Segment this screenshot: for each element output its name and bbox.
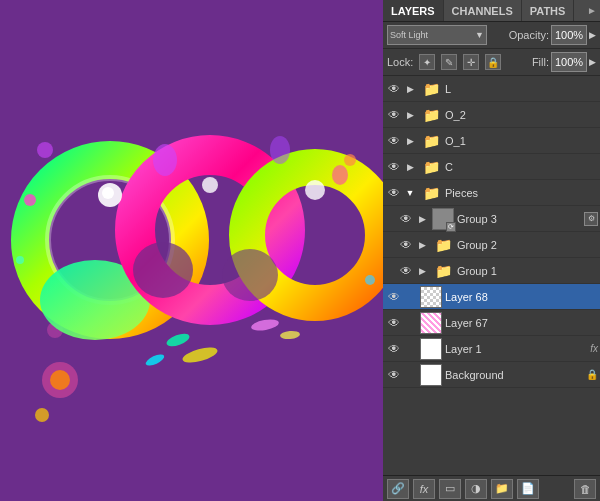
- layer-name: C: [445, 161, 598, 173]
- layer-badge[interactable]: ⚙: [584, 212, 598, 226]
- layer-visibility-toggle[interactable]: 👁: [385, 366, 403, 384]
- tab-paths[interactable]: PATHS: [522, 0, 575, 21]
- svg-point-17: [16, 256, 24, 264]
- link-layers-button[interactable]: 🔗: [387, 479, 409, 499]
- svg-point-15: [305, 180, 325, 200]
- layer-expand-button[interactable]: ▶: [403, 80, 417, 98]
- layer-visibility-toggle[interactable]: 👁: [385, 132, 403, 150]
- layer-row[interactable]: 👁 Layer 1 fx: [383, 336, 600, 362]
- layer-expand-button[interactable]: ▶: [415, 236, 429, 254]
- layer-expand-button: [403, 366, 417, 384]
- layer-row[interactable]: 👁 ▶ 📁 O_1: [383, 128, 600, 154]
- svg-point-24: [270, 136, 290, 164]
- svg-point-16: [24, 194, 36, 206]
- layer-expand-button[interactable]: ▶: [415, 210, 429, 228]
- blend-mode-select[interactable]: Soft Light ▼: [387, 25, 487, 45]
- layer-row[interactable]: 👁 Layer 67: [383, 310, 600, 336]
- layer-row-layer68[interactable]: 👁 Layer 68: [383, 284, 600, 310]
- fill-input[interactable]: 100%: [551, 52, 587, 72]
- blend-mode-row: Soft Light ▼ Opacity: 100% ▶: [383, 22, 600, 49]
- layer-visibility-toggle[interactable]: 👁: [385, 106, 403, 124]
- layer-thumbnail: 📁: [420, 78, 442, 100]
- layer-name: Group 1: [457, 265, 598, 277]
- lock-badge: 🔒: [586, 369, 598, 380]
- svg-point-13: [102, 187, 114, 199]
- svg-point-18: [37, 142, 53, 158]
- svg-point-19: [344, 154, 356, 166]
- new-layer-button[interactable]: 📄: [517, 479, 539, 499]
- panel-menu-button[interactable]: ►: [584, 0, 600, 22]
- svg-point-22: [35, 408, 49, 422]
- svg-point-27: [222, 249, 278, 301]
- layer-styles-button[interactable]: fx: [413, 479, 435, 499]
- opacity-input[interactable]: 100%: [551, 25, 587, 45]
- svg-point-7: [165, 331, 191, 349]
- layer-expand-button[interactable]: ▶: [403, 132, 417, 150]
- layer-thumbnail: 📁: [432, 260, 454, 282]
- svg-point-20: [365, 275, 375, 285]
- layer-visibility-toggle[interactable]: 👁: [385, 288, 403, 306]
- layer-row[interactable]: 👁 ▶ 📁 O_2: [383, 102, 600, 128]
- layer-expand-button: [403, 288, 417, 306]
- artwork-svg: [0, 0, 383, 501]
- fx-badge: fx: [590, 343, 598, 354]
- opacity-arrow[interactable]: ▶: [589, 30, 596, 40]
- add-mask-button[interactable]: ▭: [439, 479, 461, 499]
- layer-thumbnail: ⟳: [432, 208, 454, 230]
- lock-all-button[interactable]: 🔒: [485, 54, 501, 70]
- canvas-area: [0, 0, 383, 501]
- layer-visibility-toggle[interactable]: 👁: [385, 158, 403, 176]
- fill-label: Fill:: [532, 56, 549, 68]
- layer-row[interactable]: 👁 ▶ 📁 C: [383, 154, 600, 180]
- layer-thumbnail: [420, 364, 442, 386]
- layer-row[interactable]: 👁 ▼ 📁 Pieces: [383, 180, 600, 206]
- svg-point-21: [50, 370, 70, 390]
- layer-thumbnail: 📁: [420, 156, 442, 178]
- layer-name: Background: [445, 369, 584, 381]
- layer-name: Group 2: [457, 239, 598, 251]
- svg-point-26: [133, 242, 193, 298]
- layer-visibility-toggle[interactable]: 👁: [385, 314, 403, 332]
- layer-thumbnail: 📁: [420, 130, 442, 152]
- layer-visibility-toggle[interactable]: 👁: [385, 80, 403, 98]
- layer-expand-button[interactable]: ▶: [403, 106, 417, 124]
- tab-layers[interactable]: LAYERS: [383, 0, 444, 21]
- lock-image-button[interactable]: ✎: [441, 54, 457, 70]
- layer-row[interactable]: 👁 ▶ ⟳ Group 3 ⚙: [383, 206, 600, 232]
- layer-row[interactable]: 👁 ▶ 📁 L: [383, 76, 600, 102]
- layer-expand-button[interactable]: ▶: [403, 158, 417, 176]
- fill-group: Fill: 100% ▶: [532, 52, 596, 72]
- layer-name: Pieces: [445, 187, 598, 199]
- layer-thumbnail: [420, 338, 442, 360]
- new-group-button[interactable]: 📁: [491, 479, 513, 499]
- new-adjustment-button[interactable]: ◑: [465, 479, 487, 499]
- layer-visibility-toggle[interactable]: 👁: [385, 184, 403, 202]
- lock-position-button[interactable]: ✛: [463, 54, 479, 70]
- delete-layer-button[interactable]: 🗑: [574, 479, 596, 499]
- layer-row[interactable]: 👁 Background 🔒: [383, 362, 600, 388]
- layer-name: L: [445, 83, 598, 95]
- layer-thumbnail: 📁: [420, 182, 442, 204]
- tab-channels[interactable]: CHANNELS: [444, 0, 522, 21]
- opacity-label: Opacity:: [509, 29, 549, 41]
- layer-visibility-toggle[interactable]: 👁: [397, 262, 415, 280]
- layer-row[interactable]: 👁 ▶ 📁 Group 1: [383, 258, 600, 284]
- svg-point-10: [250, 318, 279, 333]
- fill-arrow[interactable]: ▶: [589, 57, 596, 67]
- layer-row[interactable]: 👁 ▶ 📁 Group 2: [383, 232, 600, 258]
- layer-expand-button: [403, 314, 417, 332]
- tabs-row: LAYERS CHANNELS PATHS ►: [383, 0, 600, 22]
- layer-visibility-toggle[interactable]: 👁: [397, 210, 415, 228]
- layer-name: O_2: [445, 109, 598, 121]
- layer-expand-button[interactable]: ▼: [403, 184, 417, 202]
- layers-list[interactable]: 👁 ▶ 📁 L 👁 ▶ 📁 O_2 👁 ▶ 📁 O_1 👁 ▶ 📁 C: [383, 76, 600, 475]
- lock-label: Lock:: [387, 56, 413, 68]
- lock-pixels-button[interactable]: ✦: [419, 54, 435, 70]
- lock-row: Lock: ✦ ✎ ✛ 🔒 Fill: 100% ▶: [383, 49, 600, 76]
- layer-name: Group 3: [457, 213, 582, 225]
- layer-expand-button[interactable]: ▶: [415, 262, 429, 280]
- blend-mode-arrow: ▼: [475, 30, 484, 40]
- layer-visibility-toggle[interactable]: 👁: [385, 340, 403, 358]
- opacity-group: Opacity: 100% ▶: [509, 25, 596, 45]
- layer-visibility-toggle[interactable]: 👁: [397, 236, 415, 254]
